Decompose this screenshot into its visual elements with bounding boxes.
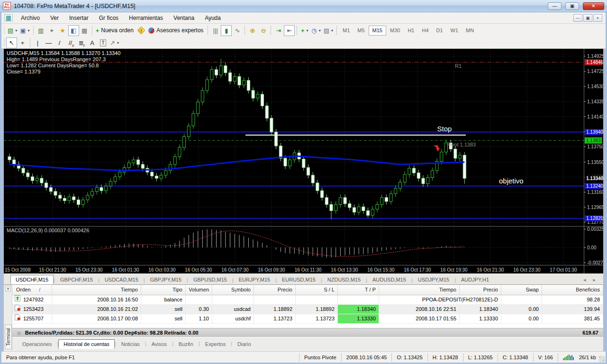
chart-area[interactable]: R1Pivot 1.1383objetivoStopUSDCHF,M15 1.1… [4,49,603,273]
terminal-tab-expertos[interactable]: Expertos [200,339,231,349]
column-header-precio[interactable]: Precio [254,285,296,295]
column-header-precio-close[interactable]: Precio [460,285,501,295]
chart-minimize-button[interactable]: — [573,14,582,22]
history-row-1247932[interactable]: 12479322008.10.16 16:50balancePPOA-DEPOS… [12,295,603,305]
column-header-t-p[interactable]: T / P [338,285,379,295]
history-row-1253423[interactable]: 12534232008.10.16 21:02sell0.30usdcad1.1… [12,305,603,314]
terminal-tab-operaciones[interactable]: Operaciones [17,339,57,349]
window-restore-button[interactable]: ▣ [565,2,579,10]
chart-tab-audjpy-h1[interactable]: AUDJPY,H1 [456,275,494,284]
templates-button[interactable]: ▨▾ [322,25,335,36]
terminal-close-icon[interactable]: × [5,286,11,291]
chart-shift-button[interactable]: ⇤ [284,25,295,36]
chart-tab-usdcad-m15[interactable]: USDCAD,M15 [100,275,144,284]
chart-line-button[interactable]: ∿ [232,25,243,36]
menu-ayuda[interactable]: Ayuda [199,13,226,23]
text-label-tool-button[interactable]: T [98,37,109,48]
periods-button[interactable]: ◷▾ [310,25,322,36]
chart-tab-usdchf-m15[interactable]: USDCHF,M15 [10,275,54,284]
navigator-button[interactable]: ★ [57,25,68,36]
strategy-tester-button[interactable]: ▩ [79,25,90,36]
text-tool-button[interactable]: A [87,37,98,48]
profiles-dropdown-icon[interactable]: ▾ [28,28,30,33]
column-header-swap[interactable]: Swap [501,285,542,295]
column-header-tiempo-close[interactable]: Tiempo [379,285,460,295]
menu-ventana[interactable]: Ventana [168,13,199,23]
fibonacci-tool-button[interactable]: ≣F [76,37,87,48]
chart-tab-gbpjpy-m15[interactable]: GBPJPY,M15 [145,275,187,284]
nueva-orden-label: Nueva orden [101,27,135,34]
menu-insertar[interactable]: Insertar [64,13,94,23]
chart-tab-audusd-m15[interactable]: AUDUSD,M15 [367,275,411,284]
terminal-panel-button[interactable]: ◧ [68,25,79,36]
arrows-tool-button[interactable]: ↗▾ [109,37,120,48]
chart-bars-button[interactable]: ||| [210,25,221,36]
timeframe-m5-button[interactable]: M5 [353,26,368,36]
asesores-expertos-button[interactable]: Asesores expertos [147,25,206,36]
column-header-orden[interactable]: Orden/ [12,285,52,295]
new-chart-dropdown-icon[interactable]: ▾ [15,28,17,33]
price-chart[interactable]: R1Pivot 1.1383objetivoStopUSDCHF,M15 1.1… [4,49,603,273]
column-header-volumen[interactable]: Volumen [186,285,212,295]
metaeditor-button[interactable]: ! [136,25,147,36]
column-header-s-l[interactable]: S / L [296,285,338,295]
menu-gr-ficos[interactable]: Gr ficos [94,13,124,23]
chart-close-button[interactable]: × [593,14,602,22]
templates-dropdown-icon[interactable]: ▾ [331,28,333,33]
menu-herramientas[interactable]: Herramientas [124,13,168,23]
terminal-tab-buz-n[interactable]: Buz¢n [173,339,199,349]
timeframe-mn-button[interactable]: MN [462,26,478,36]
column-header-beneficios[interactable]: Beneficios [542,285,603,295]
menu-ver[interactable]: Ver [45,13,64,23]
timeframe-m1-button[interactable]: M1 [339,26,353,36]
svg-text:1.14846: 1.14846 [586,60,603,65]
timeframe-d1-button[interactable]: D1 [433,26,447,36]
indicators-dropdown-icon[interactable]: ▾ [307,28,308,33]
terminal-vertical-label[interactable]: Terminal [5,325,12,349]
fibonacci-tool-sub-label: F [83,44,85,47]
timeframe-m30-button[interactable]: M30 [386,26,404,36]
zoom-in-button[interactable]: ⊕ [247,25,258,36]
timeframe-w1-button[interactable]: W1 [447,26,462,36]
column-header-tipo[interactable]: Tipo [141,285,186,295]
arrows-tool-dropdown-icon[interactable]: ▾ [117,41,119,45]
indicators-button[interactable]: +▾ [299,25,310,36]
horizontal-line-tool-button[interactable]: — [43,37,54,48]
terminal-tab-historial-de-cuentas[interactable]: Historial de cuentas [58,339,115,349]
chart-restore-button[interactable]: ▣ [583,14,592,22]
new-chart-button[interactable]: ▤▾ [6,25,18,36]
column-header-tiempo[interactable]: Tiempo [52,285,141,295]
chart-tab-nzdusd-m15[interactable]: NZDUSD,M15 [322,275,366,284]
chart-candles-button[interactable]: ▮ [221,25,232,36]
chart-tab-gbpchf-m15[interactable]: GBPCHF,M15 [55,275,98,284]
chart-tab-eurusd-m15[interactable]: EURUSD,M15 [277,275,321,284]
window-close-button[interactable]: × [583,2,604,10]
vertical-line-tool-button[interactable]: | [32,37,43,48]
terminal-tab-avisos[interactable]: Avisos [146,339,172,349]
nueva-orden-button[interactable]: +Nueva orden [94,25,136,36]
terminal-tab-noticias[interactable]: Noticias [116,339,145,349]
profiles-button[interactable]: ▣▾ [18,25,31,36]
terminal-tab-diario[interactable]: Diario [232,339,256,349]
timeframe-m15-button[interactable]: M15 [369,26,386,36]
chart-tab-usdjpy-m15[interactable]: USDJPY,M15 [413,275,454,284]
chart-tab-gbpusd-m15[interactable]: GBPUSD,M15 [188,275,232,284]
data-window-button[interactable]: ⌖ [46,25,57,36]
menu-archivo[interactable]: Archivo [16,13,45,23]
zoom-out-button[interactable]: ⊖ [258,25,269,36]
chart-tabs-scroll-arrows[interactable]: ◂ ▸ [579,275,603,284]
equidistant-channel-tool-button[interactable]: //E [65,37,76,48]
history-row-1255707[interactable]: 12557072008.10.17 00:08sell1.10usdchf1.1… [12,314,603,324]
periods-dropdown-icon[interactable]: ▾ [319,28,321,33]
column-header-s-mbolo[interactable]: S¡mbolo [212,285,254,295]
timeframe-h1-button[interactable]: H1 [404,26,418,36]
window-minimize-button[interactable]: — [548,2,562,10]
timeframe-h4-button[interactable]: H4 [418,26,432,36]
chart-tab-eurjpy-m15[interactable]: EURJPY,M15 [234,275,275,284]
trendline-tool-button[interactable]: / [54,37,65,48]
resize-grip[interactable] [599,356,605,362]
auto-scroll-button[interactable]: ⇥ [273,25,284,36]
cursor-tool-button[interactable]: ↖ [6,37,17,48]
crosshair-tool-button[interactable]: + [17,37,28,48]
market-watch-button[interactable]: ▥ [36,25,46,36]
